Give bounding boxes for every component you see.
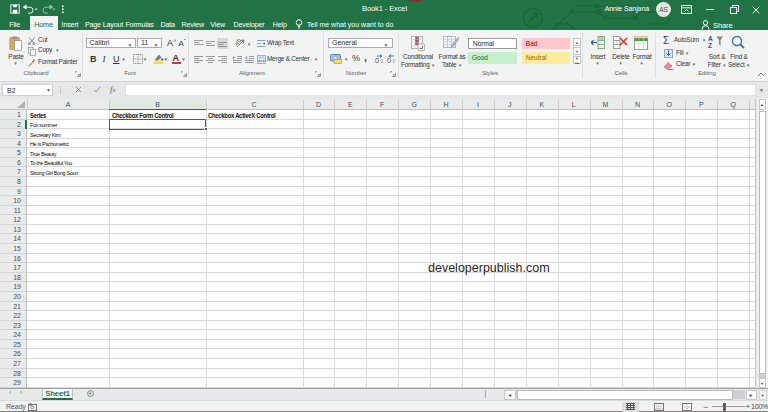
svg-text:.0: .0 xyxy=(373,57,379,64)
svg-text:A: A xyxy=(708,35,713,42)
svg-text:Z: Z xyxy=(708,42,712,48)
svg-text:0: 0 xyxy=(381,58,384,64)
